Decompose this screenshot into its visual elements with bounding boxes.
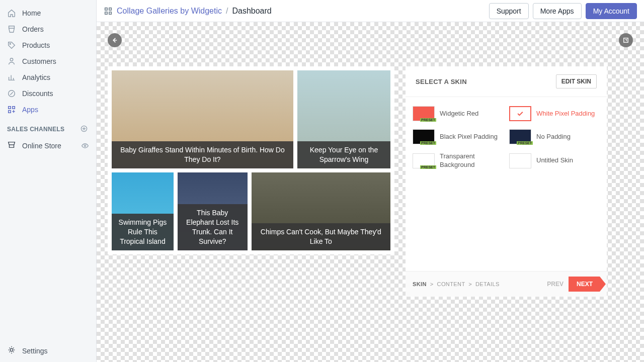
skin-label: Widgetic Red bbox=[440, 110, 478, 118]
svg-point-0 bbox=[10, 43, 11, 44]
chart-icon bbox=[7, 73, 16, 82]
nav-products[interactable]: Products bbox=[0, 37, 96, 53]
home-icon bbox=[7, 9, 16, 18]
gallery-tile[interactable]: This Baby Elephant Lost Its Trunk. Can I… bbox=[178, 172, 248, 250]
main: Collage Galleries by Widgetic / Dashboar… bbox=[97, 0, 644, 362]
channel-online-store[interactable]: Online Store bbox=[0, 137, 96, 154]
gallery-tile[interactable]: Keep Your Eye on the Sparrow's Wing bbox=[297, 70, 390, 168]
sidebar: Home Orders Products Customers Analytics… bbox=[0, 0, 97, 362]
nav-apps[interactable]: Apps bbox=[0, 102, 96, 118]
tile-caption: Keep Your Eye on the Sparrow's Wing bbox=[297, 141, 390, 168]
skin-option-black-pixel-padding[interactable]: PRESET Black Pixel Padding bbox=[413, 129, 503, 144]
sales-channels-heading: SALES CHANNELS bbox=[0, 118, 96, 137]
tag-icon bbox=[7, 41, 16, 50]
tile-caption: Chimps Can't Cook, But Maybe They'd Like… bbox=[252, 223, 390, 250]
breadcrumb: Collage Galleries by Widgetic / Dashboar… bbox=[104, 7, 272, 16]
store-icon bbox=[7, 140, 16, 151]
skin-option-no-padding[interactable]: PRESET No Padding bbox=[509, 129, 600, 144]
wizard-steps: SKIN > CONTENT > DETAILS bbox=[413, 281, 500, 287]
nav-label: Customers bbox=[22, 57, 56, 65]
nav-analytics[interactable]: Analytics bbox=[0, 69, 96, 85]
gear-icon bbox=[7, 345, 16, 356]
back-button[interactable] bbox=[108, 33, 122, 47]
edit-skin-button[interactable]: EDIT SKIN bbox=[556, 74, 597, 88]
gallery-tile[interactable]: Baby Giraffes Stand Within Minutes of Bi… bbox=[112, 70, 293, 168]
canvas: Baby Giraffes Stand Within Minutes of Bi… bbox=[97, 22, 644, 362]
svg-rect-10 bbox=[109, 8, 112, 10]
skin-option-untitled-skin[interactable]: Untitled Skin bbox=[509, 152, 600, 169]
nav-settings[interactable]: Settings bbox=[0, 339, 96, 362]
svg-point-8 bbox=[10, 348, 13, 351]
channel-label: Online Store bbox=[22, 142, 61, 150]
gallery-tile[interactable]: Chimps Can't Cook, But Maybe They'd Like… bbox=[252, 172, 390, 250]
breadcrumb-separator: / bbox=[226, 7, 228, 16]
gallery-tile[interactable]: Swimming Pigs Rule This Tropical Island bbox=[112, 172, 174, 250]
topbar: Collage Galleries by Widgetic / Dashboar… bbox=[97, 0, 644, 22]
eye-icon[interactable] bbox=[81, 142, 89, 150]
svg-rect-3 bbox=[9, 107, 11, 109]
skin-option-widgetic-red[interactable]: PRESET Widgetic Red bbox=[413, 106, 503, 121]
skin-panel: SELECT A SKIN EDIT SKIN PRESET Widgetic … bbox=[406, 66, 607, 297]
skin-option-white-pixel-padding[interactable]: White Pixel Padding bbox=[509, 106, 600, 121]
skin-label: Transparent Background bbox=[440, 152, 503, 169]
prev-button: PREV bbox=[547, 281, 564, 288]
svg-rect-4 bbox=[13, 107, 15, 109]
svg-rect-13 bbox=[624, 38, 628, 42]
orders-icon bbox=[7, 25, 16, 34]
svg-rect-9 bbox=[105, 8, 108, 10]
svg-point-1 bbox=[10, 58, 13, 61]
skin-swatch: PRESET bbox=[509, 129, 531, 144]
nav-label: Discounts bbox=[22, 89, 53, 98]
apps-icon bbox=[104, 7, 113, 16]
skin-swatch: PRESET bbox=[413, 153, 435, 168]
svg-point-7 bbox=[84, 145, 86, 146]
settings-label: Settings bbox=[22, 347, 48, 355]
breadcrumb-app-link[interactable]: Collage Galleries by Widgetic bbox=[117, 7, 222, 16]
support-button[interactable]: Support bbox=[489, 3, 529, 19]
next-button[interactable]: NEXT bbox=[569, 277, 600, 292]
nav-orders[interactable]: Orders bbox=[0, 21, 96, 37]
nav-label: Home bbox=[22, 9, 41, 17]
skin-label: White Pixel Padding bbox=[536, 110, 595, 118]
svg-rect-12 bbox=[109, 12, 112, 14]
skin-label: Untitled Skin bbox=[536, 156, 573, 165]
add-channel-icon[interactable] bbox=[80, 125, 89, 134]
nav-label: Orders bbox=[22, 25, 44, 33]
svg-rect-5 bbox=[9, 111, 11, 113]
svg-rect-11 bbox=[105, 12, 108, 14]
skin-swatch: PRESET bbox=[413, 129, 435, 144]
more-apps-button[interactable]: More Apps bbox=[533, 3, 582, 19]
nav-customers[interactable]: Customers bbox=[0, 53, 96, 69]
my-account-button[interactable]: My Account bbox=[586, 3, 637, 19]
person-icon bbox=[7, 57, 16, 66]
nav-label: Apps bbox=[22, 106, 38, 114]
skin-swatch: PRESET bbox=[413, 106, 435, 121]
tile-caption: Swimming Pigs Rule This Tropical Island bbox=[112, 214, 174, 250]
skin-option-transparent-background[interactable]: PRESET Transparent Background bbox=[413, 152, 503, 169]
resize-button[interactable] bbox=[619, 33, 633, 47]
nav-discounts[interactable]: Discounts bbox=[0, 85, 96, 102]
nav-home[interactable]: Home bbox=[0, 5, 96, 21]
skin-swatch-selected bbox=[509, 106, 531, 121]
apps-icon bbox=[7, 105, 16, 114]
tile-caption: Baby Giraffes Stand Within Minutes of Bi… bbox=[112, 141, 293, 168]
skin-label: Black Pixel Padding bbox=[440, 133, 498, 141]
nav-label: Analytics bbox=[22, 73, 50, 81]
tile-caption: This Baby Elephant Lost Its Trunk. Can I… bbox=[178, 204, 248, 250]
breadcrumb-current: Dashboard bbox=[232, 7, 271, 16]
gallery-preview: Baby Giraffes Stand Within Minutes of Bi… bbox=[108, 66, 394, 254]
nav-label: Products bbox=[22, 41, 50, 49]
panel-title: SELECT A SKIN bbox=[416, 78, 467, 85]
discount-icon bbox=[7, 89, 16, 98]
skin-label: No Padding bbox=[536, 133, 571, 141]
skin-swatch bbox=[509, 153, 531, 168]
